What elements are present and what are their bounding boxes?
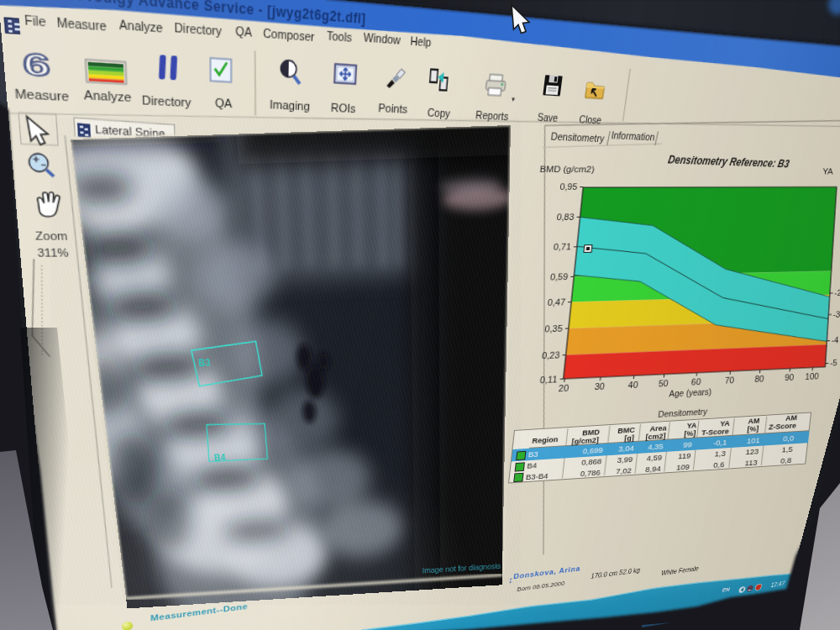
- svg-text:30: 30: [594, 381, 605, 391]
- svg-text:-5: -5: [830, 358, 837, 367]
- svg-text:0,71: 0,71: [553, 242, 571, 251]
- svg-text:90: 90: [785, 373, 795, 382]
- svg-text:70: 70: [724, 375, 734, 386]
- svg-text:-2: -2: [834, 288, 840, 297]
- svg-text:B4: B4: [213, 452, 226, 463]
- svg-text:-4: -4: [832, 335, 839, 344]
- svg-text:80: 80: [754, 374, 764, 384]
- svg-text:0,47: 0,47: [547, 297, 565, 307]
- svg-text:-3: -3: [832, 309, 840, 318]
- svg-text:6: 6: [22, 50, 51, 83]
- svg-text:0,95: 0,95: [559, 182, 578, 192]
- svg-text:YA: YA: [822, 167, 833, 176]
- svg-text:60: 60: [691, 377, 701, 387]
- svg-text:B3: B3: [198, 357, 211, 369]
- svg-text:0,35: 0,35: [544, 323, 563, 333]
- svg-text:0,59: 0,59: [550, 272, 569, 282]
- svg-text:0,83: 0,83: [556, 213, 575, 222]
- svg-text:100: 100: [805, 371, 819, 381]
- svg-text:20: 20: [558, 383, 569, 393]
- svg-text:BMD (g/cm2): BMD (g/cm2): [539, 165, 595, 174]
- svg-text:40: 40: [627, 380, 638, 390]
- svg-text:Age (years): Age (years): [669, 388, 711, 399]
- svg-text:0,23: 0,23: [542, 350, 560, 360]
- svg-text:50: 50: [658, 379, 669, 389]
- svg-text:0,11: 0,11: [539, 374, 558, 385]
